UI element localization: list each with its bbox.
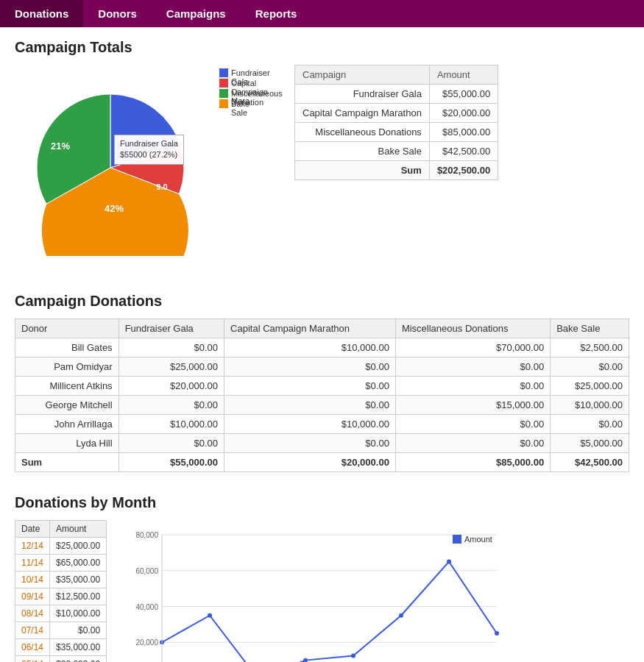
svg-text:9.0: 9.0 — [156, 182, 167, 191]
table-cell: $10,000.00 — [551, 396, 629, 415]
table-cell: $70,000.00 — [395, 338, 550, 357]
table-cell: Millicent Atkins — [15, 377, 119, 396]
list-item: 05/14$20,000.00 — [15, 656, 107, 663]
svg-text:80,000: 80,000 — [136, 531, 159, 539]
month-date: 09/14 — [15, 588, 50, 605]
pie-tooltip: Fundraiser Gala $55000 (27.2%) — [114, 135, 184, 165]
svg-text:21%: 21% — [51, 140, 70, 152]
month-amount: $0.00 — [50, 622, 107, 639]
list-item: 08/14$10,000.00 — [15, 605, 107, 622]
totals-sum-label: Sum — [295, 161, 430, 180]
campaign-name: Capital Campaign Marathon — [295, 104, 430, 123]
month-date: 10/14 — [15, 572, 50, 588]
table-cell: $10,000.00 — [224, 338, 396, 357]
nav-campaigns[interactable]: Campaigns — [152, 0, 241, 27]
campaign-amount: $20,000.00 — [429, 104, 498, 123]
campaign-name: Fundraiser Gala — [295, 85, 430, 104]
svg-text:60,000: 60,000 — [136, 567, 159, 575]
col-header: Capital Campaign Marathon — [224, 319, 396, 338]
table-cell: $0.00 — [395, 377, 550, 396]
table-cell: Pam Omidyar — [15, 357, 119, 377]
month-date: 05/14 — [15, 656, 50, 663]
nav-donors[interactable]: Donors — [83, 0, 152, 27]
table-row: Bake Sale$42,500.00 — [295, 142, 498, 161]
table-cell: $0.00 — [118, 338, 224, 357]
col-header: Bake Sale — [551, 319, 629, 338]
table-row: Fundraiser Gala$55,000.00 — [295, 85, 498, 104]
table-cell: John Arrillaga — [15, 415, 119, 434]
table-cell: $20,000.00 — [118, 377, 224, 396]
legend-item-1: Fundraiser Gala — [231, 68, 240, 77]
svg-point-25 — [303, 658, 308, 662]
pie-chart-container: Fundraiser Gala Capital Campaign Mara Mi… — [15, 65, 221, 271]
line-chart-svg: 020,00040,00060,00080,00005/1406/1407/14… — [121, 520, 512, 662]
sum-row: Sum$55,000.00$20,000.00$85,000.00$42,500… — [15, 453, 629, 472]
monthly-col-amount: Amount — [50, 521, 107, 538]
sum-cell: $85,000.00 — [395, 453, 550, 472]
svg-rect-30 — [453, 535, 461, 544]
table-row: Pam Omidyar$25,000.00$0.00$0.00$0.00 — [15, 357, 629, 377]
table-cell: George Mitchell — [15, 396, 119, 415]
svg-point-28 — [447, 560, 451, 564]
col-header: Donor — [15, 319, 119, 338]
svg-point-26 — [351, 654, 355, 658]
main-nav: Donations Donors Campaigns Reports — [0, 0, 644, 27]
table-cell: $0.00 — [395, 434, 550, 453]
campaign-name: Miscellaneous Donations — [295, 123, 430, 142]
campaign-totals-body: Fundraiser Gala Capital Campaign Mara Mi… — [15, 65, 629, 271]
donations-by-month-section: Donations by Month Date Amount 12/14$25,… — [15, 494, 629, 662]
pie-tooltip-value: $55000 (27.2%) — [120, 149, 178, 160]
list-item: 11/14$65,000.00 — [15, 555, 107, 572]
table-row: Capital Campaign Marathon$20,000.00 — [295, 104, 498, 123]
pie-legend: Fundraiser Gala Capital Campaign Mara Mi… — [219, 68, 243, 110]
campaign-amount: $42,500.00 — [429, 142, 498, 161]
svg-point-29 — [495, 631, 499, 636]
month-date: 12/14 — [15, 538, 50, 555]
campaign-totals-title: Campaign Totals — [15, 39, 629, 56]
table-cell: $0.00 — [551, 357, 629, 377]
nav-reports[interactable]: Reports — [241, 0, 312, 27]
table-cell: $5,000.00 — [551, 434, 629, 453]
table-cell: $0.00 — [224, 396, 396, 415]
table-row: Miscellaneous Donations$85,000.00 — [295, 123, 498, 142]
totals-col-amount: Amount — [429, 65, 498, 85]
campaign-donations-table: DonorFundraiser GalaCapital Campaign Mar… — [15, 318, 629, 472]
campaign-amount: $85,000.00 — [429, 123, 498, 142]
monthly-body: Date Amount 12/14$25,000.0011/14$65,000.… — [15, 520, 629, 662]
table-cell: $0.00 — [551, 415, 629, 434]
table-cell: $2,500.00 — [551, 338, 629, 357]
nav-donations[interactable]: Donations — [0, 0, 83, 27]
table-cell: $0.00 — [395, 415, 550, 434]
table-cell: $0.00 — [224, 377, 396, 396]
svg-text:20,000: 20,000 — [136, 638, 159, 647]
campaign-amount: $55,000.00 — [429, 85, 498, 104]
legend-item-3: Miscellaneous Donation — [231, 89, 240, 98]
month-amount: $25,000.00 — [50, 538, 107, 555]
table-cell: Lyda Hill — [15, 434, 119, 453]
svg-text:Amount: Amount — [464, 535, 492, 544]
list-item: 06/14$35,000.00 — [15, 639, 107, 656]
month-amount: $65,000.00 — [50, 555, 107, 572]
month-date: 11/14 — [15, 555, 50, 572]
month-amount: $35,000.00 — [50, 572, 107, 588]
table-row: Lyda Hill$0.00$0.00$0.00$5,000.00 — [15, 434, 629, 453]
table-row: George Mitchell$0.00$0.00$15,000.00$10,0… — [15, 396, 629, 415]
pie-tooltip-title: Fundraiser Gala — [120, 138, 178, 149]
sum-cell: $20,000.00 — [224, 453, 396, 472]
month-amount: $20,000.00 — [50, 656, 107, 663]
monthly-col-date: Date — [15, 521, 50, 538]
campaign-totals-table: Campaign Amount Fundraiser Gala$55,000.0… — [294, 65, 498, 180]
month-date: 08/14 — [15, 605, 50, 622]
month-amount: $10,000.00 — [50, 605, 107, 622]
table-row: Millicent Atkins$20,000.00$0.00$0.00$25,… — [15, 377, 629, 396]
col-header: Miscellaneous Donations — [395, 319, 550, 338]
month-amount: $12,500.00 — [50, 588, 107, 605]
table-cell: $0.00 — [224, 434, 396, 453]
line-chart-container: 020,00040,00060,00080,00005/1406/1407/14… — [121, 520, 629, 662]
sum-cell: $55,000.00 — [118, 453, 224, 472]
legend-item-2: Capital Campaign Mara — [231, 79, 240, 88]
campaign-donations-section: Campaign Donations DonorFundraiser GalaC… — [15, 293, 629, 472]
sum-cell: Sum — [15, 453, 119, 472]
monthly-table: Date Amount 12/14$25,000.0011/14$65,000.… — [15, 520, 107, 662]
table-cell: $10,000.00 — [118, 415, 224, 434]
